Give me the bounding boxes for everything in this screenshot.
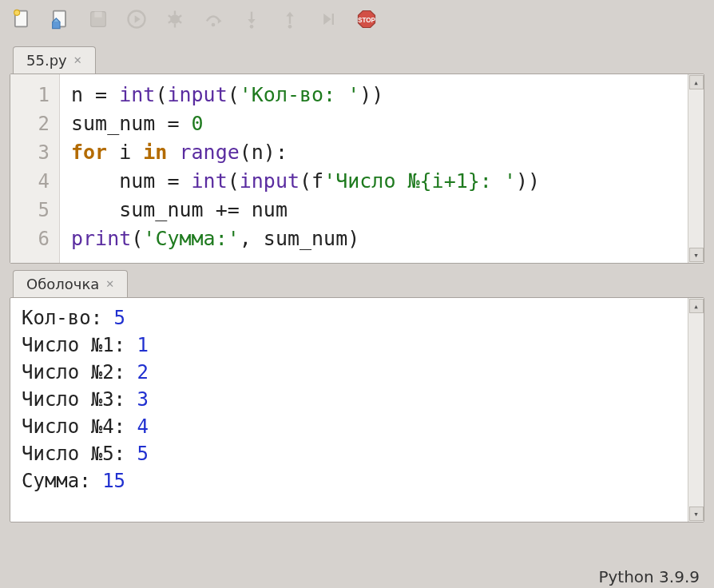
line-number: 1 [10,81,59,109]
scroll-down-icon[interactable]: ▾ [689,248,704,262]
shell-line: Число №4: 4 [22,413,676,440]
stop-button[interactable]: STOP [353,6,380,33]
step-over-button[interactable] [200,6,227,33]
svg-rect-4 [94,12,101,18]
svg-point-18 [250,25,254,29]
svg-text:STOP: STOP [358,17,376,24]
step-into-button[interactable] [238,6,265,33]
line-number: 4 [10,167,59,196]
svg-point-15 [212,23,216,27]
line-number: 3 [10,138,59,167]
shell-line: Число №2: 2 [22,359,676,386]
scroll-up-icon[interactable]: ▴ [689,75,704,89]
svg-line-11 [179,15,182,17]
save-file-button[interactable] [85,6,112,33]
close-shell-tab-icon[interactable]: ✕ [105,278,114,290]
step-out-button[interactable] [276,6,303,33]
run-button[interactable] [123,6,150,33]
resume-button[interactable] [315,6,342,33]
new-file-button[interactable] [8,6,35,33]
code-line: num = int(input(f'Число №{i+1}: ')) [71,167,676,196]
shell-tab-label: Оболочка [26,276,99,292]
open-file-button[interactable] [46,6,73,33]
editor-scrollbar[interactable]: ▴ ▾ [688,74,704,263]
svg-point-1 [14,10,20,15]
status-bar: Python 3.9.9 [598,567,700,586]
svg-marker-22 [323,14,331,25]
svg-point-21 [288,25,292,29]
shell-line: Кол-во: 5 [22,304,676,332]
code-line: for i in range(n): [71,138,676,167]
code-line: sum_num = 0 [71,109,676,138]
toolbar: STOP [0,0,714,38]
svg-line-12 [169,21,172,22]
shell-line: Число №3: 3 [22,386,676,413]
editor-panel: 55.py ✕ 123456 n = int(input('Кол-во: ')… [10,46,704,264]
shell-panel: Оболочка ✕ Кол-во: 5Число №1: 1Число №2:… [10,270,704,522]
svg-marker-20 [286,12,293,17]
shell-line: Число №5: 5 [22,440,676,467]
svg-line-10 [169,15,172,17]
shell-output[interactable]: Кол-во: 5Число №1: 1Число №2: 2Число №3:… [10,298,688,522]
code-line: print('Сумма:', sum_num) [71,224,676,253]
svg-line-13 [179,21,182,22]
editor-tab-label: 55.py [26,52,67,69]
svg-marker-14 [218,18,222,24]
scroll-up-icon[interactable]: ▴ [689,299,704,313]
shell-scrollbar[interactable]: ▴ ▾ [688,298,704,522]
svg-rect-23 [332,14,334,25]
line-number-gutter: 123456 [10,74,60,263]
svg-marker-17 [248,19,255,24]
code-line: sum_num += num [71,196,676,224]
debug-button[interactable] [161,6,188,33]
code-line: n = int(input('Кол-во: ')) [71,81,676,109]
shell-line: Число №1: 1 [22,332,676,359]
python-version-label: Python 3.9.9 [598,567,700,586]
shell-tab[interactable]: Оболочка ✕ [13,270,128,297]
code-editor[interactable]: n = int(input('Кол-во: '))sum_num = 0for… [60,74,688,263]
scroll-down-icon[interactable]: ▾ [689,507,704,521]
editor-tab[interactable]: 55.py ✕ [13,46,96,74]
svg-marker-6 [135,15,141,22]
line-number: 2 [10,109,59,138]
close-tab-icon[interactable]: ✕ [73,54,82,66]
line-number: 6 [10,224,59,253]
shell-line: Сумма: 15 [22,467,676,495]
line-number: 5 [10,196,59,224]
svg-point-7 [170,14,180,24]
